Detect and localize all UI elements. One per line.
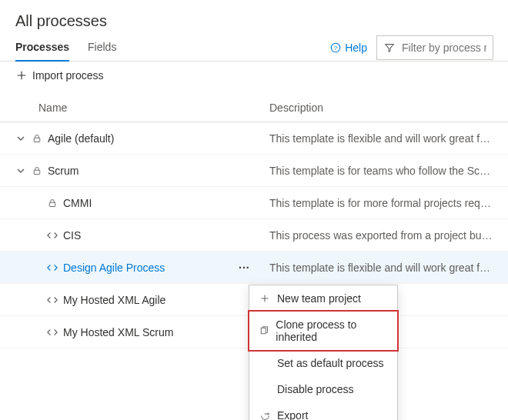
menu-export[interactable]: Export xyxy=(249,402,397,420)
chevron-down-icon[interactable] xyxy=(15,135,26,142)
code-icon xyxy=(46,229,58,242)
svg-text:?: ? xyxy=(334,45,338,52)
plus-icon xyxy=(15,69,28,82)
more-actions-button[interactable]: ··· xyxy=(239,262,250,274)
clone-icon xyxy=(259,325,269,337)
filter-icon xyxy=(383,42,396,54)
filter-input[interactable] xyxy=(402,42,486,54)
tabs: Processes Fields xyxy=(15,35,116,61)
menu-label: Disable process xyxy=(277,383,354,395)
table-row[interactable]: CMMI This template is for more formal pr… xyxy=(0,187,508,219)
process-description: This template is for teams who follow th… xyxy=(269,165,493,177)
lock-icon xyxy=(46,197,58,209)
svg-rect-3 xyxy=(34,170,40,174)
tab-processes[interactable]: Processes xyxy=(15,35,69,61)
export-icon xyxy=(259,409,271,420)
menu-label: New team project xyxy=(277,292,361,305)
menu-disable-process[interactable]: Disable process xyxy=(249,376,397,402)
code-icon xyxy=(46,262,58,274)
code-icon xyxy=(46,326,58,338)
blank-icon xyxy=(259,383,271,395)
menu-label: Set as default process xyxy=(277,357,384,369)
table-row[interactable]: CIS This process was exported from a pro… xyxy=(0,219,508,252)
svg-rect-5 xyxy=(261,328,266,334)
table-row[interactable]: Design Agile Process ··· This template i… xyxy=(0,252,508,284)
tab-fields[interactable]: Fields xyxy=(88,35,116,61)
menu-set-default[interactable]: Set as default process xyxy=(249,350,397,376)
column-name: Name xyxy=(15,102,269,114)
process-name: Agile (default) xyxy=(48,132,114,145)
process-name[interactable]: Design Agile Process xyxy=(63,262,165,274)
process-description: This template is flexible and will work … xyxy=(269,262,493,274)
lock-icon xyxy=(31,165,43,177)
column-description: Description xyxy=(269,102,493,114)
svg-rect-2 xyxy=(34,138,40,142)
import-process-button[interactable]: Import process xyxy=(15,69,104,82)
help-icon: ? xyxy=(329,42,342,54)
table-row[interactable]: Agile (default) This template is flexibl… xyxy=(0,122,508,155)
process-description: This process was exported from a project… xyxy=(269,229,493,242)
menu-label: Export xyxy=(277,409,308,420)
blank-icon xyxy=(259,357,271,369)
process-name: Scrum xyxy=(48,165,79,177)
process-description: This template is flexible and will work … xyxy=(269,132,493,145)
import-label: Import process xyxy=(32,69,104,82)
help-label: Help xyxy=(345,42,367,54)
filter-box[interactable] xyxy=(376,35,493,60)
svg-rect-4 xyxy=(49,202,55,206)
menu-clone-to-inherited[interactable]: Clone process to inherited xyxy=(249,312,397,350)
lock-icon xyxy=(31,132,43,145)
context-menu: New team project Clone process to inheri… xyxy=(249,285,398,420)
process-name: My Hosted XML Scrum xyxy=(63,326,173,338)
menu-new-team-project[interactable]: New team project xyxy=(249,285,397,312)
menu-label: Clone process to inherited xyxy=(276,318,388,343)
chevron-down-icon[interactable] xyxy=(15,167,26,175)
process-name: My Hosted XML Agile xyxy=(63,294,165,306)
table-row[interactable]: Scrum This template is for teams who fol… xyxy=(0,155,508,187)
help-link[interactable]: ? Help xyxy=(329,42,367,54)
code-icon xyxy=(46,294,58,306)
process-name: CMMI xyxy=(63,197,92,209)
page-title: All processes xyxy=(15,12,493,30)
plus-icon xyxy=(259,292,271,305)
process-name: CIS xyxy=(63,229,81,242)
process-description: This template is for more formal project… xyxy=(269,197,493,209)
table-header: Name Description xyxy=(0,94,508,122)
